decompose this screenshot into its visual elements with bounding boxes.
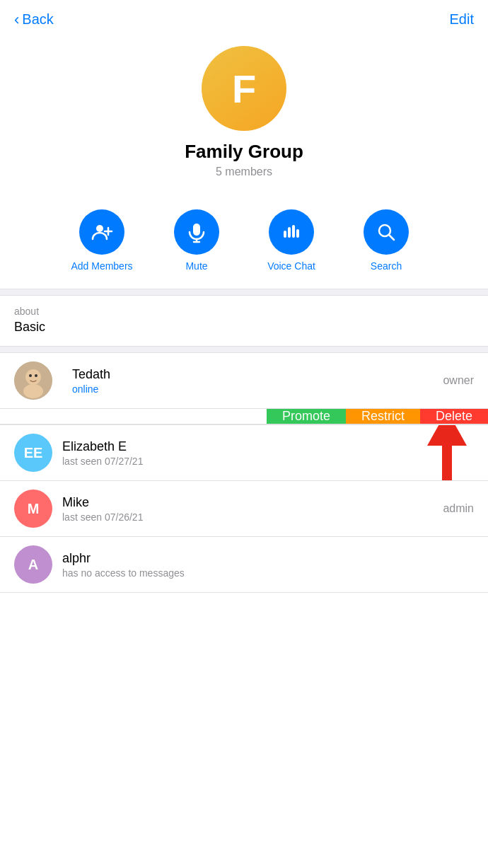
svg-rect-7 [292, 225, 295, 238]
member-row-tedath: Tedath online owner [0, 353, 488, 409]
tedath-info: Tedath online [72, 367, 443, 395]
alphr-info: alphr has no access to messages [62, 551, 474, 579]
svg-rect-6 [288, 227, 291, 238]
search-label: Search [371, 260, 402, 272]
back-label: Back [22, 11, 53, 28]
tedath-avatar [14, 361, 52, 400]
about-section: about Basic [0, 296, 488, 346]
svg-line-10 [389, 235, 394, 240]
elizabeth-content: EE Elizabeth E last seen 07/27/21 [14, 434, 474, 472]
voice-chat-label: Voice Chat [267, 260, 315, 272]
elizabeth-status: last seen 07/27/21 [62, 456, 474, 467]
member-row-alphr: A alphr has no access to messages [0, 537, 488, 593]
alphr-status: has no access to messages [62, 567, 474, 579]
tedath-role: owner [443, 374, 474, 387]
mike-status: last seen 07/26/21 [62, 511, 443, 523]
tedath-name: Tedath [72, 367, 443, 382]
mike-role: admin [443, 502, 474, 515]
mute-icon [174, 209, 219, 255]
svg-point-14 [29, 374, 32, 377]
members-section: Tedath online owner Promote Restrict Del… [0, 353, 488, 593]
mike-avatar: M [14, 490, 52, 528]
chevron-left-icon: ‹ [14, 12, 19, 28]
tedath-swipe-actions: Promote Restrict Delete [0, 409, 488, 425]
edit-button[interactable]: Edit [450, 11, 474, 28]
actions-row: Add Members Mute Voice Chat [0, 195, 488, 289]
svg-rect-5 [284, 231, 286, 238]
svg-point-15 [35, 374, 37, 377]
alphr-name: alphr [62, 551, 474, 566]
elizabeth-name: Elizabeth E [62, 439, 474, 454]
search-action[interactable]: Search [347, 209, 425, 272]
member-row-mike: M Mike last seen 07/26/21 admin [0, 481, 488, 537]
mike-info: Mike last seen 07/26/21 [62, 495, 443, 523]
add-members-action[interactable]: Add Members [63, 209, 141, 272]
avatar-letter: F [232, 66, 256, 112]
delete-button[interactable]: Delete [420, 409, 488, 424]
section-divider-1 [0, 289, 488, 296]
elizabeth-avatar: EE [14, 434, 52, 472]
member-tedath-container: Tedath online owner Promote Restrict Del… [0, 353, 488, 425]
mute-label: Mute [185, 260, 207, 272]
section-divider-2 [0, 346, 488, 353]
back-button[interactable]: ‹ Back [14, 11, 54, 28]
voice-chat-icon [269, 209, 314, 255]
alphr-avatar: A [14, 545, 52, 584]
mute-action[interactable]: Mute [158, 209, 236, 272]
nav-bar: ‹ Back Edit [0, 0, 488, 35]
profile-section: F Family Group 5 members [0, 35, 488, 195]
add-members-label: Add Members [71, 260, 132, 272]
search-icon [364, 209, 409, 255]
svg-point-0 [96, 225, 103, 232]
restrict-button[interactable]: Restrict [346, 409, 420, 424]
mike-name: Mike [62, 495, 443, 510]
member-count: 5 members [216, 166, 272, 178]
about-value: Basic [14, 320, 474, 335]
add-members-icon [79, 209, 124, 255]
elizabeth-info: Elizabeth E last seen 07/27/21 [62, 439, 474, 467]
member-row-elizabeth: EE Elizabeth E last seen 07/27/21 [0, 425, 488, 481]
about-label: about [14, 306, 474, 317]
promote-button[interactable]: Promote [267, 409, 346, 424]
swipe-spacer [0, 409, 267, 424]
tedath-status: online [72, 383, 443, 395]
voice-chat-action[interactable]: Voice Chat [252, 209, 330, 272]
svg-point-13 [23, 384, 43, 398]
svg-rect-8 [296, 229, 299, 238]
svg-point-12 [25, 369, 41, 385]
group-avatar: F [202, 46, 286, 131]
swipe-buttons-row: Promote Restrict Delete [267, 409, 488, 424]
group-name: Family Group [185, 141, 303, 163]
